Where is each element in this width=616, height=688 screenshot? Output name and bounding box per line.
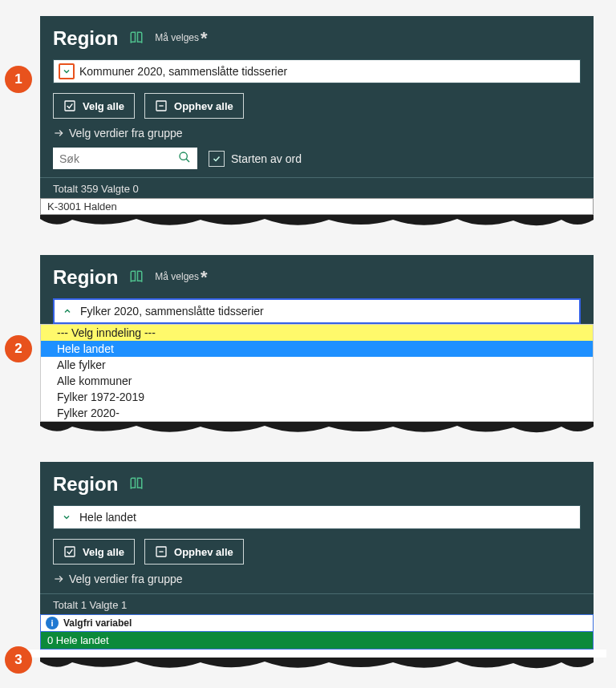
dropdown-option[interactable]: Alle kommuner	[41, 373, 593, 389]
torn-edge	[40, 658, 594, 674]
torn-edge	[40, 422, 594, 438]
info-bar: i Valgfri variabel	[40, 614, 594, 632]
search-icon	[178, 151, 191, 166]
word-start-checkbox[interactable]	[209, 151, 225, 167]
dropdown-option[interactable]: Alle fylker	[41, 357, 593, 373]
dropdown-option[interactable]: Fylker 2020-	[41, 405, 593, 421]
select-value: Hele landet	[79, 511, 136, 524]
torn-edge	[40, 215, 594, 231]
select-all-button[interactable]: Velg alle	[53, 93, 135, 119]
region-panel-1: Region Må velges* Kommuner 2020, sammens…	[40, 16, 594, 215]
selected-row[interactable]: 0 Hele landet	[40, 632, 594, 650]
panel-title: Region	[53, 27, 118, 50]
info-icon: i	[46, 617, 59, 629]
group-values-link[interactable]: Velg verdier fra gruppe	[53, 573, 581, 585]
select-value: Fylker 2020, sammenslåtte tidsserier	[80, 305, 264, 318]
search-input-wrap	[53, 148, 197, 169]
region-select-open[interactable]: Fylker 2020, sammenslåtte tidsserier	[53, 298, 581, 324]
word-start-label: Starten av ord	[231, 152, 302, 165]
group-values-link[interactable]: Velg verdier fra gruppe	[53, 127, 581, 140]
chevron-down-icon	[59, 63, 75, 79]
select-value: Kommuner 2020, sammenslåtte tidsserier	[79, 65, 287, 78]
book-icon	[129, 30, 144, 47]
select-all-button[interactable]: Velg alle	[53, 539, 135, 565]
panel-title: Region	[53, 473, 118, 496]
deselect-all-button[interactable]: Opphev alle	[144, 93, 244, 119]
dropdown-option[interactable]: Hele landet	[41, 341, 593, 357]
required-label: Må velges*	[155, 267, 207, 288]
chevron-down-icon	[59, 509, 75, 525]
region-dropdown: --- Velg inndeling --- Hele landet Alle …	[40, 324, 594, 422]
stats-label: Totalt 1 Valgte 1	[53, 594, 581, 614]
chevron-up-icon	[59, 303, 75, 319]
search-input[interactable]	[59, 152, 156, 165]
options-list[interactable]: K-3001 Halden	[40, 198, 594, 215]
svg-rect-0	[65, 101, 75, 111]
region-select[interactable]: Hele landet	[53, 505, 581, 529]
region-panel-2: Region Må velges* Fylker 2020, sammenslå…	[40, 255, 594, 422]
stats-label: Totalt 359 Valgte 0	[53, 178, 581, 198]
svg-line-5	[186, 159, 189, 162]
svg-rect-6	[65, 547, 75, 556]
region-panel-3: Region Hele landet Velg alle Opphev alle…	[40, 462, 594, 658]
required-label: Må velges*	[155, 28, 207, 49]
dropdown-option[interactable]: --- Velg inndeling ---	[41, 325, 593, 341]
step-badge-2: 2	[5, 335, 32, 362]
list-item[interactable]: K-3001 Halden	[41, 199, 593, 214]
panel-title: Region	[53, 266, 118, 289]
deselect-all-button[interactable]: Opphev alle	[144, 539, 244, 565]
region-select[interactable]: Kommuner 2020, sammenslåtte tidsserier	[53, 59, 581, 83]
book-icon	[129, 269, 144, 286]
step-badge-1: 1	[5, 66, 32, 93]
step-badge-3: 3	[5, 646, 32, 674]
svg-point-4	[180, 152, 187, 160]
dropdown-option[interactable]: Fylker 1972-2019	[41, 389, 593, 405]
book-icon	[129, 476, 144, 493]
